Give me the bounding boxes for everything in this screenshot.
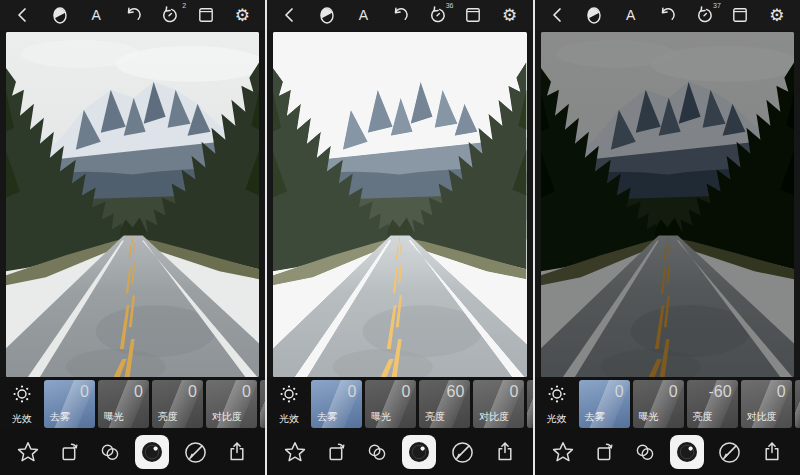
favorite-star-icon[interactable] (282, 439, 308, 465)
tile-value: 0 (188, 383, 197, 401)
text-tool-icon[interactable]: A (621, 5, 641, 25)
auto-enhance-icon[interactable] (317, 5, 337, 25)
tile-label: 去雾 (317, 410, 337, 424)
photo-editor-comparison: A 2 ⚙ 光效 0去雾 0曝光 0亮度 0对比度 (0, 0, 800, 475)
tile-label: 对比度 (212, 410, 242, 424)
adjust-tile-brightness[interactable]: 60亮度 (419, 380, 470, 428)
top-toolbar: A 2 ⚙ (0, 0, 265, 30)
tile-label: 对比度 (747, 410, 777, 424)
tile-value: 0 (615, 383, 624, 401)
adjust-dial-icon[interactable] (402, 435, 436, 469)
crop-icon[interactable] (592, 439, 618, 465)
back-icon[interactable] (13, 5, 33, 25)
tile-value: 0 (134, 383, 143, 401)
light-effect-label: 光效 (547, 412, 567, 426)
canvas-icon[interactable] (196, 5, 216, 25)
adjust-tile-contrast[interactable]: 0对比度 (206, 380, 257, 428)
filters-icon[interactable] (96, 439, 122, 465)
tile-label: 曝光 (104, 410, 124, 424)
tile-value: 60 (447, 383, 465, 401)
adjust-tile-dehaze[interactable]: 0去雾 (311, 380, 362, 428)
light-effect-group[interactable]: 光效 (535, 380, 579, 428)
tool-group (324, 435, 475, 469)
share-icon[interactable] (759, 439, 785, 465)
auto-enhance-icon[interactable] (584, 5, 604, 25)
favorite-star-icon[interactable] (550, 439, 576, 465)
crop-icon[interactable] (57, 439, 83, 465)
adjust-tile-brightness[interactable]: 0亮度 (152, 380, 203, 428)
adjust-tile-brightness[interactable]: -60亮度 (687, 380, 738, 428)
brush-icon[interactable] (717, 439, 743, 465)
settings-gear-icon[interactable]: ⚙ (232, 5, 252, 25)
photo-road-mountains (6, 32, 259, 377)
adjust-dial-icon[interactable] (135, 435, 169, 469)
tile-label: 对比度 (479, 410, 509, 424)
back-icon[interactable] (280, 5, 300, 25)
tile-strip: 0去雾 0曝光 60亮度 0对比度 (311, 380, 532, 428)
favorite-star-icon[interactable] (15, 439, 41, 465)
auto-enhance-icon[interactable] (50, 5, 70, 25)
crop-icon[interactable] (324, 439, 350, 465)
history-icon[interactable]: 37 (694, 5, 714, 25)
adjust-tile-dehaze[interactable]: 0去雾 (579, 380, 630, 428)
photo-area (267, 30, 532, 377)
adjust-tile-contrast[interactable]: 0对比度 (741, 380, 792, 428)
light-effect-group[interactable]: 光效 (267, 380, 311, 428)
editor-panel-original: A 2 ⚙ 光效 0去雾 0曝光 0亮度 0对比度 (0, 0, 265, 475)
tile-strip: 0去雾 0曝光 0亮度 0对比度 (44, 380, 265, 428)
settings-gear-icon[interactable]: ⚙ (767, 5, 787, 25)
tile-value: -60 (709, 383, 732, 401)
adjust-tile-partial[interactable] (260, 380, 265, 428)
photo-area (535, 30, 800, 377)
photo-area (0, 30, 265, 377)
undo-icon[interactable] (657, 5, 677, 25)
adjust-tile-exposure[interactable]: 0曝光 (365, 380, 416, 428)
tile-value: 0 (777, 383, 786, 401)
canvas-icon[interactable] (730, 5, 750, 25)
adjust-tile-exposure[interactable]: 0曝光 (98, 380, 149, 428)
tile-value: 0 (669, 383, 678, 401)
history-icon[interactable]: 2 (159, 5, 179, 25)
tile-label: 曝光 (371, 410, 391, 424)
editor-panel-brightness-minus: A 37 ⚙ 光效 0去雾 0曝光 -60亮度 0对比度 (535, 0, 800, 475)
text-tool-icon[interactable]: A (86, 5, 106, 25)
history-icon[interactable]: 36 (427, 5, 447, 25)
canvas-icon[interactable] (463, 5, 483, 25)
tile-label: 去雾 (50, 410, 70, 424)
tile-value: 0 (509, 383, 518, 401)
undo-icon[interactable] (123, 5, 143, 25)
adjust-tile-partial[interactable] (795, 380, 800, 428)
adjust-tile-dehaze[interactable]: 0去雾 (44, 380, 95, 428)
filters-icon[interactable] (631, 439, 657, 465)
bottom-toolbar (0, 429, 265, 475)
filters-icon[interactable] (363, 439, 389, 465)
photo-road-mountains (273, 32, 526, 377)
adjustment-bar: 光效 0去雾 0曝光 -60亮度 0对比度 (535, 377, 800, 429)
editor-panel-brightness-plus: A 36 ⚙ 光效 0去雾 0曝光 60亮度 0对比度 (267, 0, 532, 475)
adjustment-bar: 光效 0去雾 0曝光 0亮度 0对比度 (0, 377, 265, 429)
photo-road-mountains (541, 32, 794, 377)
settings-gear-icon[interactable]: ⚙ (500, 5, 520, 25)
light-effect-label: 光效 (12, 412, 32, 426)
tile-value: 0 (401, 383, 410, 401)
undo-icon[interactable] (390, 5, 410, 25)
tile-value: 0 (80, 383, 89, 401)
light-effect-group[interactable]: 光效 (0, 380, 44, 428)
history-count-badge: 36 (446, 2, 454, 9)
sun-icon (12, 384, 32, 404)
top-toolbar: A 36 ⚙ (267, 0, 532, 30)
adjust-tile-partial[interactable] (527, 380, 532, 428)
share-icon[interactable] (224, 439, 250, 465)
back-icon[interactable] (548, 5, 568, 25)
bottom-toolbar (535, 429, 800, 475)
tile-strip: 0去雾 0曝光 -60亮度 0对比度 (579, 380, 800, 428)
adjust-tile-contrast[interactable]: 0对比度 (473, 380, 524, 428)
text-tool-icon[interactable]: A (353, 5, 373, 25)
brush-icon[interactable] (182, 439, 208, 465)
tile-label: 曝光 (639, 410, 659, 424)
share-icon[interactable] (492, 439, 518, 465)
tool-group (57, 435, 208, 469)
adjust-tile-exposure[interactable]: 0曝光 (633, 380, 684, 428)
brush-icon[interactable] (449, 439, 475, 465)
adjust-dial-icon[interactable] (670, 435, 704, 469)
